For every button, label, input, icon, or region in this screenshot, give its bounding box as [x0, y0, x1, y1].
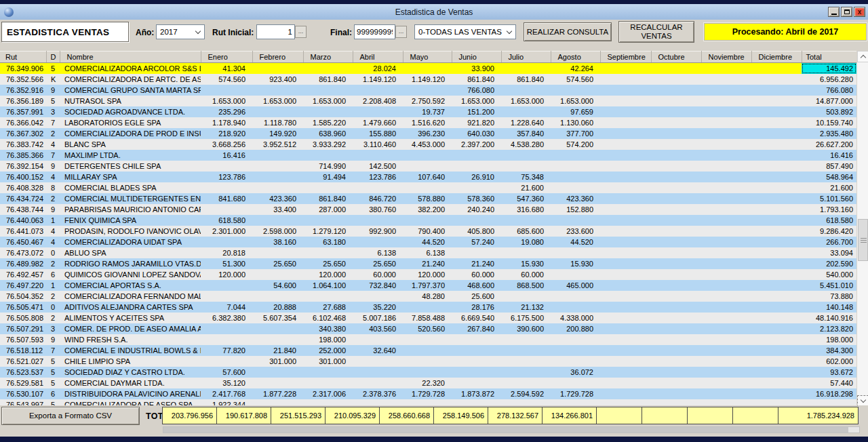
table-row[interactable]: 76.473.0720ABLUO SPA20.8186.1386.13833.0…: [0, 247, 856, 258]
table-row[interactable]: 76.521.0275CHILE LIMPIO SPA301.000301.00…: [0, 356, 856, 367]
table-row[interactable]: 76.357.9913SOCIEDAD AGROADVANCE LTDA.235…: [0, 106, 856, 117]
realizar-consulta-button[interactable]: REALIZAR CONSULTA: [524, 22, 612, 41]
table-row[interactable]: 76.504.3522COMERCIALIZADORA FERNANDO MAL…: [0, 291, 856, 302]
table-row[interactable]: 76.352.9169COMERCIAL GRUPO SANTA MARTA S…: [0, 85, 856, 96]
cell-month-5: 1.797.370: [403, 280, 452, 291]
table-row[interactable]: 76.400.1524MILLARAY SPA123.78691.494123.…: [0, 172, 856, 182]
cell-month-9: [600, 193, 651, 204]
table-row[interactable]: 76.497.2201COMERCIAL APORTAS S.A.54.6001…: [0, 280, 856, 291]
close-button[interactable]: x: [854, 7, 865, 17]
cell-month-11: [701, 106, 751, 117]
table-row[interactable]: 76.492.4576QUIMICOS GIOVANNI LOPEZ SANDO…: [0, 269, 856, 280]
cell-rut: 76.507.593: [0, 334, 46, 345]
minimize-button[interactable]: [828, 7, 840, 17]
cell-rut: 76.450.467: [0, 237, 46, 247]
cell-dv: 6: [46, 269, 60, 280]
cell-month-3: [303, 378, 353, 388]
table-row[interactable]: 76.367.3022COMERCIALIZADORA DE PROD E IN…: [0, 128, 856, 139]
table-row[interactable]: 76.507.2913COMER. DE PROD. DE ASEO AMALI…: [0, 323, 856, 334]
maximize-button[interactable]: [841, 7, 852, 17]
cell-dv: 2: [46, 128, 60, 139]
cell-total: 503.892: [802, 106, 856, 117]
cell-month-4: 32.640: [353, 345, 403, 356]
scrollbar-thumb[interactable]: [858, 219, 868, 261]
ventas-filter-select[interactable]: 0-TODAS LAS VENTAS: [414, 24, 516, 39]
table-row[interactable]: 76.505.8082ALIMENTOS Y ACEITES SPA6.382.…: [0, 313, 856, 323]
table-row[interactable]: 76.440.0631FENIX QUIMICA SPA618.580618.5…: [0, 215, 856, 226]
cell-month-12: [751, 117, 802, 128]
table-row[interactable]: 76.518.1127COMERCIAL E INDUSTRIAL BOWLS …: [0, 345, 856, 356]
cell-dv: 4: [46, 226, 60, 237]
table-row[interactable]: 76.530.1076DISTRIBUIDORA PALAVICINO AREN…: [0, 388, 856, 399]
table-row[interactable]: 76.505.4710ADITIVOS ALEJANDRA CARTES SPA…: [0, 302, 856, 313]
cell-month-4: [353, 237, 403, 247]
cell-month-10: [651, 117, 701, 128]
vertical-scrollbar[interactable]: [856, 51, 868, 407]
scroll-up-button[interactable]: [857, 51, 868, 62]
table-row[interactable]: 76.450.4674COMERCIALIZADORA UIDAT SPA38.…: [0, 237, 856, 247]
cell-month-3: [303, 215, 353, 226]
table-row[interactable]: 76.356.1895NUTRASOL SPA1.653.0001.653.00…: [0, 96, 856, 106]
table-row[interactable]: 76.366.0427LABORATORIOS EGLE SPA1.178.94…: [0, 117, 856, 128]
cell-dv: 9: [46, 85, 60, 96]
col-header-abril: Abril: [353, 52, 403, 63]
cell-total: 145.492: [802, 63, 856, 74]
cell-month-6: 26.910: [452, 172, 501, 182]
export-csv-button[interactable]: Exporta a Formato CSV: [1, 407, 140, 425]
cell-month-5: [403, 356, 452, 367]
recalcular-ventas-button[interactable]: RECALCULAR VENTAS: [618, 21, 694, 43]
rut-final-input[interactable]: [354, 24, 395, 39]
table-row[interactable]: 76.383.7424BLANC SPA3.668.2563.952.5123.…: [0, 139, 856, 150]
rut-final-browse-button[interactable]: ...: [395, 26, 407, 38]
table-row[interactable]: 76.523.5375SOCIEDAD DIAZ Y CASTRO LTDA.5…: [0, 367, 856, 378]
app-title-panel: ESTADISTICA VENTAS: [1, 22, 129, 42]
cell-month-9: [600, 313, 651, 323]
cell-month-9: [600, 302, 651, 313]
table-row[interactable]: 76.385.3667MAXLIMP LTDA.16.41616.416: [0, 150, 856, 161]
cell-month-12: [751, 215, 802, 226]
table-row[interactable]: 76.392.1549DETERGENTES CHILE SPA714.9901…: [0, 161, 856, 172]
cell-month-8: [551, 150, 600, 161]
table-row[interactable]: 76.434.7242COMERCIAL MULTIDETERGENTES EN…: [0, 193, 856, 204]
cell-dv: 2: [46, 313, 60, 323]
horizontal-scrollbar[interactable]: [163, 426, 860, 433]
app-window: Estadistica de Ventas x ESTADISTICA VENT…: [0, 0, 868, 442]
table-row[interactable]: 76.408.3288COMERCIAL BLADES SPA21.60021.…: [0, 182, 856, 193]
cell-total: 198.000: [802, 334, 856, 345]
cell-month-1: 57.600: [201, 367, 252, 378]
cell-month-9: [600, 237, 651, 247]
cell-month-4: [353, 215, 403, 226]
cell-month-1: [201, 182, 252, 193]
cell-month-1: [201, 291, 252, 302]
cell-month-9: [600, 388, 651, 399]
cell-month-7: [501, 150, 551, 161]
table-row[interactable]: 76.349.9065COMERCIALIZADORA ARCOLOR S&S …: [0, 63, 856, 74]
table-row[interactable]: 76.438.7449PARABRISAS MAURICIO ANTONIO C…: [0, 204, 856, 215]
table-row[interactable]: 76.507.5939WIND FRESH S.A.198.000198.000: [0, 334, 856, 345]
rut-inicial-input[interactable]: [256, 24, 295, 39]
hscrollbar-thumb[interactable]: [163, 427, 848, 433]
cell-month-1: 2.417.768: [201, 388, 252, 399]
cell-month-10: [651, 226, 701, 237]
cell-month-1: 123.786: [201, 172, 252, 182]
cell-month-10: [651, 345, 701, 356]
totals-row: 203.796.956190.617.808251.515.293210.095…: [163, 407, 859, 424]
cell-month-4: [353, 150, 403, 161]
table-row[interactable]: 76.489.9822RODRIGO RAMOS JARAMILLO VTAS.…: [0, 258, 856, 269]
cell-month-8: 1.653.000: [551, 96, 600, 106]
cell-month-6: [452, 356, 501, 367]
cell-month-1: [201, 323, 252, 334]
rut-inicial-browse-button[interactable]: ...: [295, 26, 307, 38]
table-row[interactable]: 76.352.566KCOMERCIALIZADORA DE ARTC. DE …: [0, 74, 856, 85]
cell-month-6: 1.873.872: [452, 388, 501, 399]
cell-month-7: 6.175.500: [501, 313, 551, 323]
year-select[interactable]: 2017: [156, 24, 205, 39]
cell-month-1: 2.301.000: [201, 226, 252, 237]
table-row[interactable]: 76.529.5815COMERCIAL DAYMAR LTDA.35.1202…: [0, 378, 856, 388]
cell-month-8: 44.520: [551, 237, 600, 247]
cell-month-8: 152.880: [551, 204, 600, 215]
table-row[interactable]: 76.441.0734PRODASIN, RODOLFO IVANOVIC OL…: [0, 226, 856, 237]
cell-month-3: 861.840: [303, 74, 353, 85]
cell-month-9: [600, 291, 651, 302]
cell-month-6: 25.600: [452, 291, 501, 302]
